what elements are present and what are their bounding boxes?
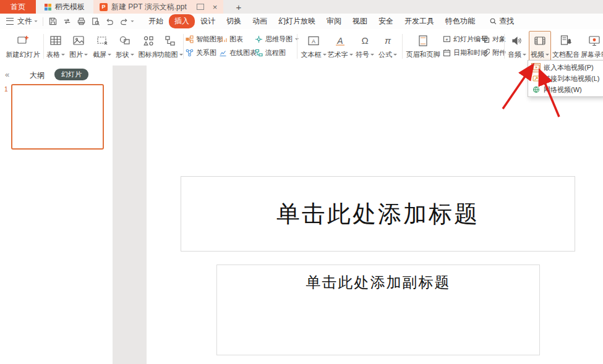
- embed-local-video-icon: [531, 63, 541, 72]
- new-tab-button[interactable]: +: [236, 0, 241, 14]
- menu-security[interactable]: 安全: [373, 14, 399, 28]
- find-label: 查找: [499, 16, 514, 27]
- screenshot-icon: [95, 34, 109, 48]
- shapes-icon: [118, 34, 132, 48]
- redo-icon[interactable]: [119, 17, 129, 26]
- print-icon[interactable]: [77, 17, 86, 26]
- find-button[interactable]: 查找: [489, 16, 514, 27]
- menu-item-link-local-video[interactable]: 链接到本地视频(L): [528, 73, 603, 84]
- ribbon-label: 表格: [46, 50, 60, 59]
- subtitle-placeholder[interactable]: 单击此处添加副标题: [216, 265, 540, 355]
- detach-window-icon[interactable]: [197, 4, 204, 10]
- panel-gutter: [113, 66, 147, 364]
- menu-item-label: 链接到本地视频(L): [544, 74, 599, 83]
- function-diagram-icon: [163, 34, 177, 48]
- chart-button[interactable]: 图表: [219, 34, 243, 44]
- home-tab[interactable]: 首页: [0, 0, 36, 14]
- mindmap-icon: [255, 35, 263, 43]
- ribbon-label: 艺术字: [328, 50, 348, 59]
- audio-icon: [510, 34, 524, 48]
- picture-icon: [72, 34, 85, 48]
- docer-template-tab[interactable]: 稻壳模板: [36, 0, 93, 14]
- chevron-down-icon: [545, 54, 549, 56]
- divider: [183, 34, 184, 59]
- video-button[interactable]: 视频: [529, 31, 551, 63]
- doc-voiceover-button[interactable]: 文档配音: [552, 31, 580, 63]
- title-placeholder-text: 单击此处添加标题: [276, 198, 479, 230]
- ribbon-label: 符号: [356, 50, 369, 59]
- online-chart-button[interactable]: 在线图表: [219, 48, 257, 57]
- ppt-file-icon: P: [100, 3, 108, 11]
- header-footer-button[interactable]: 页眉和页脚: [404, 31, 442, 63]
- ribbon-label: 思维导图: [265, 35, 293, 44]
- menu-devtools[interactable]: 开发工具: [399, 14, 440, 28]
- shapes-button[interactable]: 形状: [114, 31, 135, 63]
- menu-start[interactable]: 开始: [143, 14, 169, 28]
- new-slide-icon: [16, 34, 30, 48]
- chevron-down-icon: [34, 20, 37, 22]
- close-tab-icon[interactable]: ×: [213, 3, 218, 11]
- ribbon-label: 公式: [378, 50, 392, 59]
- function-diagram-button[interactable]: 功能图: [159, 31, 181, 63]
- screen-record-button[interactable]: 屏幕录制: [580, 31, 603, 63]
- attachment-button[interactable]: 附件: [482, 48, 506, 57]
- undo-icon[interactable]: [105, 17, 114, 26]
- chevron-down-icon: [179, 54, 183, 56]
- save-icon[interactable]: [48, 17, 58, 26]
- slide-number-button[interactable]: # 幻灯片编号: [443, 34, 487, 44]
- menu-animation[interactable]: 动画: [247, 14, 273, 28]
- slide-panel: « 大纲 幻灯片 1: [0, 66, 113, 364]
- svg-text:A: A: [336, 36, 343, 46]
- wordart-button[interactable]: A 艺术字: [327, 31, 353, 63]
- ribbon-label: 屏幕录制: [581, 50, 603, 59]
- menu-transition[interactable]: 切换: [221, 14, 247, 28]
- menu-special-features[interactable]: 特色功能: [440, 14, 481, 28]
- object-icon: [482, 35, 490, 43]
- menu-item-embed-local-video[interactable]: 嵌入本地视频(P): [528, 62, 603, 73]
- formula-button[interactable]: π 公式: [377, 31, 399, 63]
- picture-button[interactable]: 图片: [67, 31, 90, 63]
- hamburger-icon[interactable]: [6, 18, 14, 25]
- divider: [43, 17, 43, 26]
- menu-item-network-video[interactable]: 网络视频(W): [528, 84, 603, 95]
- table-button[interactable]: 表格: [45, 31, 67, 63]
- ribbon-label: 在线图表: [229, 48, 257, 57]
- collapse-panel-button[interactable]: «: [5, 70, 9, 79]
- chart-icon: [219, 35, 227, 43]
- divider: [402, 34, 403, 59]
- export-icon[interactable]: [62, 17, 72, 26]
- ribbon-label: 页眉和页脚: [406, 50, 440, 59]
- screenshot-button[interactable]: 截屏: [90, 31, 114, 63]
- menu-slideshow[interactable]: 幻灯片放映: [273, 14, 321, 28]
- menu-insert[interactable]: 插入: [169, 14, 195, 28]
- chevron-down-icon[interactable]: [130, 20, 134, 22]
- subtitle-placeholder-text: 单击此处添加副标题: [306, 273, 451, 292]
- header-footer-icon: [416, 34, 430, 48]
- tab-outline[interactable]: 大纲: [30, 70, 45, 81]
- print-preview-icon[interactable]: [91, 17, 100, 26]
- menu-review[interactable]: 审阅: [321, 14, 347, 28]
- flowchart-icon: [255, 49, 263, 57]
- wps-presentation-window: 首页 稻壳模板 P 新建 PPT 演示文稿.ppt × + 文件: [0, 0, 603, 364]
- flowchart-button[interactable]: 流程图: [255, 48, 286, 57]
- smartart-button[interactable]: 智能图形: [186, 34, 223, 44]
- new-slide-button[interactable]: 新建幻灯片: [4, 31, 42, 63]
- file-menu[interactable]: 文件: [17, 16, 32, 27]
- menu-design[interactable]: 设计: [195, 14, 221, 28]
- symbol-button[interactable]: Ω 符号: [354, 31, 376, 63]
- object-button[interactable]: 对象: [482, 34, 506, 44]
- document-tab[interactable]: P 新建 PPT 演示文稿.ppt ×: [93, 0, 223, 14]
- slide-thumbnail[interactable]: [11, 84, 104, 150]
- relation-diagram-icon: [186, 49, 194, 57]
- tab-slides[interactable]: 幻灯片: [54, 69, 88, 80]
- mindmap-button[interactable]: 思维导图: [255, 34, 299, 44]
- textbox-button[interactable]: A 文本框: [301, 31, 327, 63]
- relation-diagram-button[interactable]: 关系图: [186, 48, 216, 57]
- date-time-button[interactable]: 日期和时间: [443, 48, 487, 57]
- title-placeholder[interactable]: 单击此处添加标题: [181, 176, 575, 252]
- audio-button[interactable]: 音频: [506, 31, 528, 63]
- insert-ribbon: 新建幻灯片 表格 图片 截屏 形状 图标库 功能图 智: [0, 29, 603, 66]
- table-icon: [49, 34, 62, 48]
- menu-view[interactable]: 视图: [347, 14, 373, 28]
- quick-access-toolbar: [48, 17, 129, 26]
